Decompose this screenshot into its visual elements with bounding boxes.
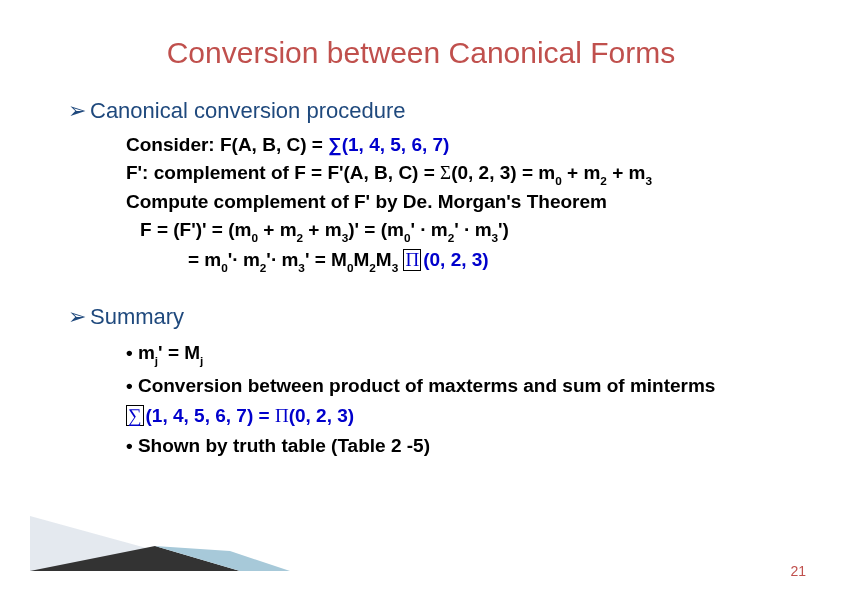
proc-line-4: F = (F')' = (m0 + m2 + m3)' = (m0' · m2'… xyxy=(126,217,774,246)
decorative-wedge xyxy=(30,516,310,571)
sub: 0 xyxy=(347,261,354,274)
text: ') xyxy=(498,219,509,240)
text: M xyxy=(376,249,392,270)
section-heading-procedure-text: Canonical conversion procedure xyxy=(90,98,406,123)
sub: 2 xyxy=(297,231,304,244)
text: )' = (m xyxy=(348,219,404,240)
svg-marker-0 xyxy=(30,516,230,571)
sum-symbol: ∑ xyxy=(328,134,342,155)
sub: 3 xyxy=(645,174,652,187)
sub: 2 xyxy=(448,231,455,244)
sub: j xyxy=(200,354,203,367)
sub: 3 xyxy=(342,231,349,244)
sub: 2 xyxy=(600,174,607,187)
sigma-symbol: Σ xyxy=(440,162,451,183)
slide-title: Conversion between Canonical Forms xyxy=(68,36,774,70)
text: (1, 4, 5, 6, 7) xyxy=(342,134,450,155)
text: Consider: F(A, B, C) = xyxy=(126,134,328,155)
bullet-arrow-icon: ➢ xyxy=(68,98,86,124)
text: ' · m xyxy=(410,219,447,240)
text: (0, 2, 3) xyxy=(423,249,488,270)
sub: 0 xyxy=(555,174,562,187)
text: = m xyxy=(188,249,221,270)
sub: j xyxy=(155,354,158,367)
svg-marker-2 xyxy=(155,546,290,571)
sub: 0 xyxy=(221,261,228,274)
text: + m xyxy=(562,162,601,183)
proc-line-1: Consider: F(A, B, C) = ∑(1, 4, 5, 6, 7) xyxy=(126,132,774,159)
procedure-body: Consider: F(A, B, C) = ∑(1, 4, 5, 6, 7) … xyxy=(126,132,774,275)
text: + m xyxy=(607,162,646,183)
pi-symbol: Π xyxy=(275,405,289,426)
text: + m xyxy=(258,219,297,240)
text: ' = M xyxy=(305,249,347,270)
page-number: 21 xyxy=(790,563,806,579)
section-heading-summary: ➢Summary xyxy=(68,304,774,330)
proc-line-5: = m0'· m2'· m3' = M0M2M3 Π(0, 2, 3) xyxy=(126,247,774,276)
text: ' = M xyxy=(158,342,200,363)
bullet-arrow-icon: ➢ xyxy=(68,304,86,330)
text: F = (F')' = (m xyxy=(140,219,251,240)
text: + m xyxy=(303,219,342,240)
text: '· m xyxy=(266,249,298,270)
sub: 0 xyxy=(251,231,258,244)
section-heading-summary-text: Summary xyxy=(90,304,184,329)
svg-marker-1 xyxy=(30,546,240,571)
sub: 3 xyxy=(392,261,399,274)
proc-line-2: F': complement of F = F'(A, B, C) = Σ(0,… xyxy=(126,160,774,189)
proc-line-3: Compute complement of F' by De. Morgan's… xyxy=(126,189,774,216)
section-heading-procedure: ➢Canonical conversion procedure xyxy=(68,98,774,124)
text: ' · m xyxy=(454,219,491,240)
summary-line-4: • Shown by truth table (Table 2 -5) xyxy=(126,431,774,460)
sub: 3 xyxy=(492,231,499,244)
pi-symbol-boxed: Π xyxy=(403,249,421,271)
summary-line-2: • Conversion between product of maxterms… xyxy=(126,371,774,400)
sub: 2 xyxy=(369,261,376,274)
sub: 3 xyxy=(298,261,305,274)
text: (0, 2, 3) xyxy=(289,405,354,426)
text: M xyxy=(353,249,369,270)
sub: 2 xyxy=(260,261,267,274)
summary-line-3: ∑(1, 4, 5, 6, 7) = Π(0, 2, 3) xyxy=(126,401,774,430)
summary-body: • mj' = Mj • Conversion between product … xyxy=(126,338,774,460)
text: F': complement of F = F'(A, B, C) = xyxy=(126,162,440,183)
text: (0, 2, 3) = m xyxy=(451,162,555,183)
summary-line-1: • mj' = Mj xyxy=(126,338,774,369)
text: • m xyxy=(126,342,155,363)
text: '· m xyxy=(228,249,260,270)
text: (1, 4, 5, 6, 7) = xyxy=(146,405,275,426)
sum-symbol-boxed: ∑ xyxy=(126,405,144,426)
sub: 0 xyxy=(404,231,411,244)
